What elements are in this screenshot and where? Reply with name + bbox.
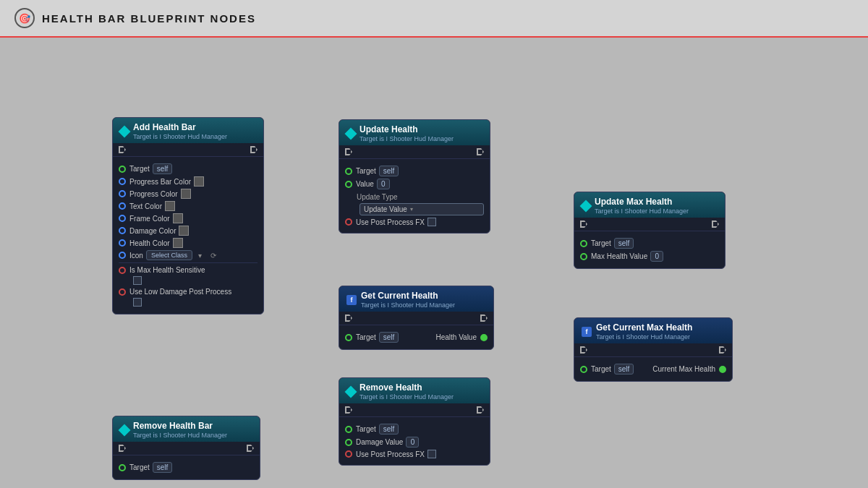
self-tag: self <box>379 332 399 343</box>
damage-value-pin <box>345 439 352 446</box>
health-value-label: Health Value <box>435 333 477 341</box>
text-color-row: Text Color <box>119 201 258 211</box>
damage-color-swatch[interactable] <box>179 226 189 236</box>
arrow-icon[interactable]: ▾ <box>195 250 205 260</box>
target-label: Target <box>129 463 150 471</box>
progress-color-row: Progress Color <box>119 189 258 199</box>
node-body: Target self Max Health Value 0 <box>574 231 725 268</box>
node-subtitle: Target is I Shooter Hud Manager <box>359 393 454 401</box>
self-tag: self <box>614 364 634 374</box>
use-post-process-label: Use Post Process FX <box>356 450 425 458</box>
update-health-node: Update Health Target is I Shooter Hud Ma… <box>339 119 490 234</box>
node-header: f Get Current Health Target is I Shooter… <box>339 286 493 312</box>
target-pin-row: Target self <box>345 166 484 176</box>
use-post-process-checkbox[interactable] <box>427 218 436 226</box>
text-color-label: Text Color <box>129 202 162 210</box>
progress-color-pin <box>119 190 126 197</box>
exec-row <box>574 218 725 231</box>
node-header: Remove Health Target is I Shooter Hud Ma… <box>339 378 490 403</box>
node-title: Get Current Health <box>361 291 455 301</box>
header-icon: 🎯 <box>14 8 35 28</box>
node-header: Remove Health Bar Target is I Shooter Hu… <box>113 416 260 442</box>
health-color-label: Health Color <box>129 239 170 247</box>
target-pin-row: Target self <box>119 462 254 473</box>
target-label: Target <box>129 165 150 173</box>
max-health-value-input[interactable]: 0 <box>650 251 663 262</box>
target-pin <box>580 366 587 373</box>
value-label: Value <box>356 180 374 188</box>
diamond-icon <box>580 200 592 212</box>
target-pin <box>345 334 352 341</box>
self-tag: self <box>153 462 173 473</box>
text-color-swatch[interactable] <box>165 201 175 211</box>
node-body: Target self Damage Value 0 Use Post Proc… <box>339 417 490 465</box>
progress-color-swatch[interactable] <box>181 189 191 199</box>
header: 🎯 HEALTH BAR BLUEPRINT NODES <box>0 0 868 38</box>
is-max-health-sensitive-section: Is Max Health Sensitive <box>119 266 258 285</box>
node-subtitle: Target is I Shooter Hud Manager <box>133 133 227 140</box>
exec-row <box>339 312 493 325</box>
update-type-dropdown[interactable]: Update Value ▾ <box>359 203 484 215</box>
node-body: Target self <box>113 455 260 479</box>
value-pin-row: Value 0 <box>345 179 484 189</box>
update-max-health-node: Update Max Health Target is I Shooter Hu… <box>574 192 726 269</box>
node-subtitle: Target is I Shooter Hud Manager <box>133 432 227 439</box>
node-body: Target self Progress Bar Color Progress … <box>113 157 263 314</box>
use-post-process-row: Use Post Process FX <box>345 450 484 458</box>
exec-row <box>339 145 490 159</box>
blueprint-canvas: Add Health Bar Target is I Shooter Hud M… <box>0 38 868 488</box>
use-low-damage-checkbox[interactable] <box>133 298 142 307</box>
node-subtitle: Target is I Shooter Hud Manager <box>595 207 689 215</box>
get-current-max-health-node: f Get Current Max Health Target is I Sho… <box>574 317 733 382</box>
self-tag: self <box>153 163 173 174</box>
target-pin-row: Target self <box>345 332 399 343</box>
exec-in-pin <box>580 221 587 228</box>
target-pin <box>345 426 352 433</box>
use-post-process-checkbox[interactable] <box>427 450 436 458</box>
node-header: f Get Current Max Health Target is I Sho… <box>574 318 732 343</box>
progress-bar-color-swatch[interactable] <box>194 176 204 187</box>
health-value-pin-row: Health Value <box>435 333 488 341</box>
dropdown-arrow-icon: ▾ <box>410 206 413 213</box>
refresh-icon[interactable]: ⟳ <box>208 250 218 260</box>
damage-value-pin-row: Damage Value 0 <box>345 437 484 448</box>
current-max-health-label: Current Max Health <box>652 365 715 373</box>
exec-out-pin <box>247 445 254 452</box>
target-pin-row: Target self <box>119 163 258 174</box>
progress-bar-color-label: Progress Bar Color <box>129 178 191 186</box>
target-pin-row: Target self <box>345 424 484 435</box>
max-health-value-label: Max Health Value <box>591 252 647 260</box>
health-color-swatch[interactable] <box>173 238 183 248</box>
node-title: Update Health <box>359 124 454 134</box>
use-low-damage-pin <box>119 288 126 296</box>
exec-row <box>339 403 490 417</box>
select-class-button[interactable]: Select Class <box>146 250 192 260</box>
node-title: Remove Health Bar <box>133 421 227 431</box>
progress-bar-color-pin <box>119 178 126 185</box>
self-tag: self <box>379 166 399 176</box>
node-body: Target self Current Max Health <box>574 357 732 381</box>
node-title: Get Current Max Health <box>596 322 692 333</box>
exec-out-pin <box>719 346 726 354</box>
target-label: Target <box>591 365 611 373</box>
health-color-row: Health Color <box>119 238 258 248</box>
exec-row <box>574 343 732 357</box>
health-value-pin <box>480 334 488 341</box>
exec-in-pin <box>345 314 352 322</box>
target-pin <box>119 166 126 173</box>
max-health-value-pin <box>580 253 587 260</box>
self-tag: self <box>614 238 634 249</box>
target-pin-row: Target self <box>580 364 634 374</box>
exec-row <box>113 442 260 455</box>
damage-color-row: Damage Color <box>119 226 258 236</box>
current-max-health-pin <box>719 366 726 373</box>
add-health-bar-node: Add Health Bar Target is I Shooter Hud M… <box>112 117 264 314</box>
frame-color-swatch[interactable] <box>173 213 183 223</box>
target-pin <box>119 464 126 471</box>
progress-color-label: Progress Color <box>129 190 178 198</box>
is-max-health-checkbox[interactable] <box>133 276 142 285</box>
damage-value-input[interactable]: 0 <box>406 437 419 448</box>
value-input[interactable]: 0 <box>377 179 390 189</box>
frame-color-label: Frame Color <box>129 215 170 223</box>
exec-out-pin <box>712 221 719 228</box>
